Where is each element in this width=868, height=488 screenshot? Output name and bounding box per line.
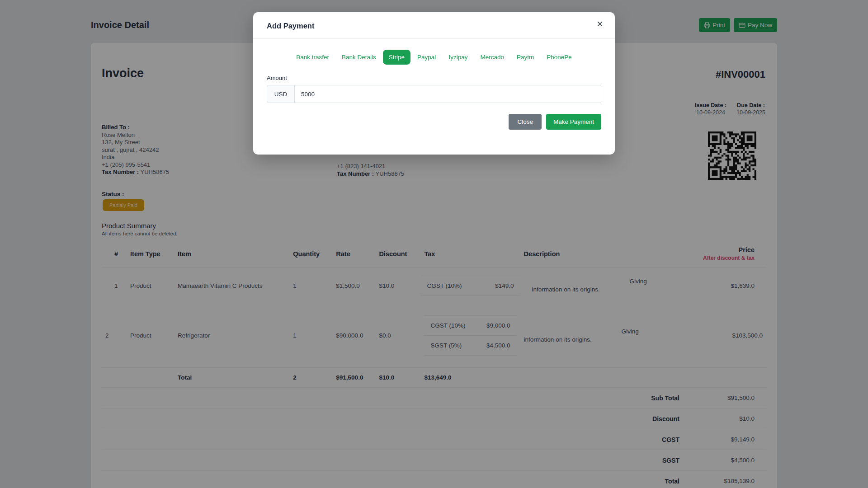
tab-mercado[interactable]: Mercado — [474, 50, 510, 65]
add-payment-modal: Add Payment × Bank trasfer Bank Details … — [253, 12, 615, 155]
close-icon[interactable]: × — [597, 19, 603, 29]
modal-title: Add Payment — [267, 22, 601, 30]
tab-phonepe[interactable]: PhonePe — [541, 50, 578, 65]
currency-addon: USD — [267, 85, 295, 103]
payment-method-tabs: Bank trasfer Bank Details Stripe Paypal … — [267, 50, 601, 65]
tab-iyzipay[interactable]: Iyzipay — [443, 50, 473, 65]
tab-bank-details[interactable]: Bank Details — [336, 50, 382, 65]
tab-paytm[interactable]: Paytm — [511, 50, 540, 65]
tab-stripe[interactable]: Stripe — [383, 50, 410, 65]
tab-paypal[interactable]: Paypal — [411, 50, 442, 65]
tab-bank-transfer[interactable]: Bank trasfer — [290, 50, 335, 65]
amount-label: Amount — [267, 75, 601, 81]
modal-close-button[interactable]: Close — [509, 114, 542, 130]
make-payment-button[interactable]: Make Payment — [546, 114, 601, 130]
amount-input[interactable] — [295, 85, 601, 103]
